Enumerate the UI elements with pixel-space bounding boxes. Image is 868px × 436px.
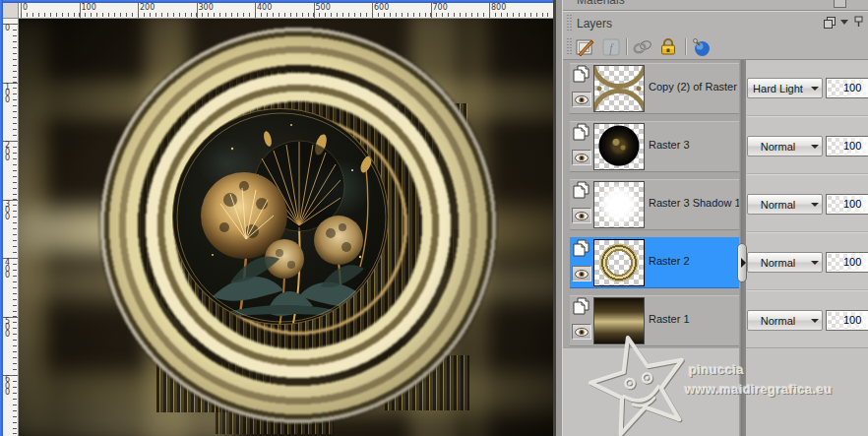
ruler-tick (80, 3, 81, 19)
blend-mode-select[interactable]: Normal (747, 194, 823, 215)
visibility-toggle[interactable] (572, 324, 591, 340)
opacity-field[interactable]: 100 (826, 194, 868, 215)
visibility-toggle[interactable] (572, 92, 591, 107)
opacity-field[interactable]: 100 (826, 310, 868, 331)
layer-entry[interactable]: Raster 1 (570, 295, 739, 345)
ruler-label: 600 (374, 4, 389, 12)
dropdown-arrow-icon (808, 145, 822, 149)
visibility-toggle[interactable] (572, 208, 591, 223)
raster-layer-icon (573, 65, 589, 84)
opacity-value: 100 (843, 140, 861, 152)
opacity-value: 100 (843, 314, 861, 326)
column-splitter[interactable] (739, 60, 746, 436)
ruler-label: 400 (5, 260, 13, 280)
visibility-toggle[interactable] (572, 150, 591, 165)
ruler-label: 500 (316, 4, 331, 12)
layer-entry[interactable]: Raster 2 (570, 237, 739, 287)
eye-icon (575, 212, 589, 220)
layer-row: Copy (2) of Raster 2 Hard Light 100 (570, 63, 868, 113)
panel-grip[interactable] (570, 38, 572, 54)
layer-entry[interactable]: Raster 3 (570, 121, 739, 171)
edit-selection-icon[interactable] (691, 36, 713, 58)
blend-mode-select[interactable]: Normal (747, 310, 823, 331)
ruler-label: 100 (5, 85, 13, 104)
ruler-label: 500 (5, 319, 13, 339)
layers-header: Layers (563, 11, 868, 35)
layer-name: Raster 2 (649, 255, 690, 267)
pin-icon[interactable] (854, 16, 864, 28)
blend-mode-value: Normal (748, 257, 808, 269)
ruler-tick (314, 3, 315, 19)
layer-row: Raster 2 Normal 100 (570, 237, 868, 287)
link-layers-icon[interactable] (632, 36, 653, 58)
canvas-image[interactable] (19, 19, 553, 436)
eye-icon (575, 270, 589, 279)
row-separator (747, 116, 868, 117)
layer-row: Raster 3 Shadow 1 Normal 100 (570, 179, 868, 229)
dropdown-arrow-icon (808, 261, 822, 265)
opacity-field[interactable]: 100 (826, 136, 868, 156)
thumbnail-image (594, 124, 644, 169)
opacity-value: 100 (843, 256, 861, 268)
materials-title: Materials (577, 0, 625, 7)
panel-grip[interactable] (570, 15, 572, 31)
blend-mode-select[interactable]: Normal (747, 252, 823, 273)
layer-entry[interactable]: Raster 3 Shadow 1 (570, 179, 739, 229)
raster-layer-icon (573, 297, 589, 316)
splitter-handle[interactable] (737, 243, 747, 282)
blend-mode-value: Normal (748, 199, 808, 211)
blend-mode-value: Normal (748, 315, 808, 327)
panel-grip[interactable] (567, 15, 569, 31)
blend-mode-select[interactable]: Hard Light (747, 78, 823, 98)
layer-thumbnail[interactable] (593, 65, 645, 112)
vertical-ruler: 0100200300400500600 (3, 19, 19, 436)
layer-name: Raster 3 Shadow 1 (649, 197, 741, 209)
eye-icon (575, 95, 589, 104)
ruler-label: 700 (433, 4, 448, 12)
ruler-label: 300 (199, 4, 214, 12)
layer-row: Raster 1 Normal 100 (570, 295, 868, 345)
blend-mode-value: Normal (748, 141, 808, 153)
cascade-windows-icon[interactable] (824, 17, 835, 28)
blend-mode-value: Hard Light (748, 83, 808, 94)
opacity-field[interactable]: 100 (826, 252, 868, 273)
ruler-tick (197, 3, 198, 19)
raster-layer-icon (573, 123, 589, 142)
dropdown-arrow-icon (808, 319, 822, 323)
layer-thumbnail[interactable] (593, 297, 645, 344)
ruler-label: 600 (5, 377, 13, 397)
opacity-value: 100 (843, 82, 861, 93)
opacity-field[interactable]: 100 (826, 78, 868, 98)
layer-row: Raster 3 Normal 100 (570, 121, 868, 171)
raster-layer-icon (573, 239, 589, 258)
thumbnail-image (594, 66, 644, 111)
layer-thumbnail[interactable] (593, 123, 645, 170)
list-divider (563, 347, 868, 349)
layer-thumbnail[interactable] (593, 181, 645, 228)
ruler-tick (431, 3, 432, 19)
ruler-label: 400 (257, 4, 272, 12)
horizontal-ruler: 0100200300400500600700800 (19, 3, 553, 19)
dropdown-arrow-icon[interactable] (840, 20, 848, 25)
blend-mode-select[interactable]: Normal (747, 136, 823, 156)
ruler-tick (372, 3, 373, 19)
panel-grip[interactable] (567, 38, 569, 54)
thumbnail-image (594, 182, 644, 227)
layers-toolbar: f (563, 35, 868, 59)
ruler-tick (255, 3, 256, 19)
layer-thumbnail[interactable] (593, 239, 645, 286)
layer-entry[interactable]: Copy (2) of Raster 2 (570, 63, 739, 113)
ruler-label: 0 (5, 26, 13, 32)
ruler-tick (138, 3, 139, 19)
layers-list: Copy (2) of Raster 2 Hard Light 100 (563, 59, 868, 436)
visibility-toggle[interactable] (572, 266, 591, 281)
toolbar-separator (626, 38, 627, 55)
opacity-value: 100 (843, 198, 861, 210)
ruler-label: 200 (140, 4, 155, 12)
layer-name: Raster 1 (649, 313, 690, 325)
dandelion-art-circle (172, 108, 389, 325)
ruler-tick (21, 3, 22, 19)
lock-transparency-icon[interactable] (657, 36, 679, 58)
ruler-corner-box (3, 3, 19, 19)
new-raster-layer-icon[interactable] (575, 36, 596, 58)
